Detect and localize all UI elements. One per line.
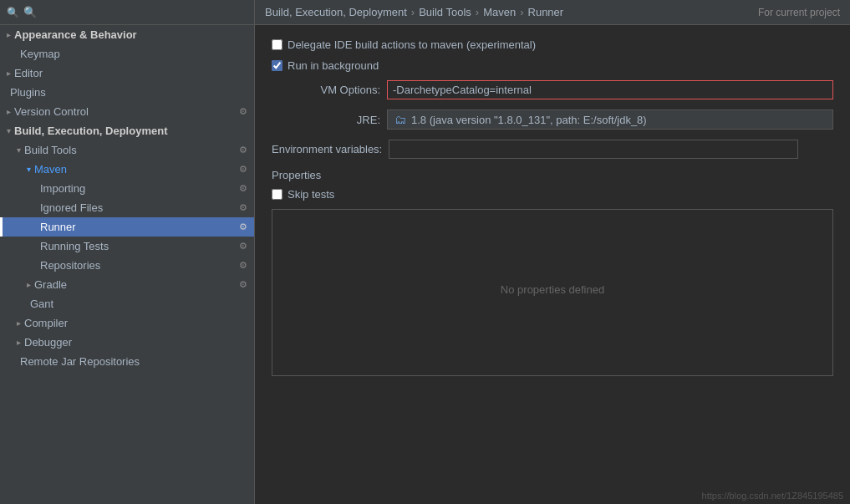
main-content: ▸ Appearance & Behavior Keymap ▸ Editor …: [0, 25, 850, 504]
skip-tests-label: Skip tests: [288, 188, 334, 201]
arrow-icon: ▸: [17, 338, 21, 347]
no-properties-text: No properties defined: [279, 283, 826, 296]
watermark: https://blog.csdn.net/1Z845195485: [702, 491, 843, 501]
arrow-icon: ▾: [27, 165, 31, 174]
vm-options-row: VM Options:: [272, 80, 833, 99]
skip-tests-checkbox[interactable]: [272, 189, 282, 200]
sidebar-item-label: Remote Jar Repositories: [20, 355, 247, 368]
settings-icon: ⚙: [239, 202, 247, 213]
search-input[interactable]: [23, 6, 247, 18]
sidebar-item-gant[interactable]: Gant: [0, 294, 254, 313]
breadcrumb-sep-2: ›: [476, 6, 479, 18]
breadcrumb-runner: Runner: [528, 6, 564, 18]
vm-options-label: VM Options:: [272, 84, 380, 96]
sidebar-item-running-tests[interactable]: Running Tests ⚙: [0, 237, 254, 256]
search-icon: 🔍: [7, 7, 19, 18]
sidebar-item-label: Keymap: [20, 48, 247, 60]
delegate-checkbox[interactable]: [272, 39, 282, 50]
arrow-icon: ▸: [27, 280, 31, 289]
sidebar-item-debugger[interactable]: ▸ Debugger: [0, 333, 254, 352]
sidebar-item-version-control[interactable]: ▸ Version Control ⚙: [0, 102, 254, 121]
settings-icon: ⚙: [239, 279, 247, 290]
sidebar-item-compiler[interactable]: ▸ Compiler: [0, 313, 254, 333]
settings-icon: ⚙: [239, 164, 247, 175]
sidebar-item-label: Gradle: [34, 278, 236, 291]
settings-icon: ⚙: [239, 241, 247, 252]
settings-icon: ⚙: [239, 221, 247, 232]
jre-value: 1.8 (java version "1.8.0_131", path: E:/…: [411, 114, 647, 126]
run-background-label: Run in background: [288, 59, 379, 72]
sidebar-item-ignored-files[interactable]: Ignored Files ⚙: [0, 198, 254, 217]
sidebar-item-label: Maven: [34, 163, 236, 176]
sidebar-item-appearance[interactable]: ▸ Appearance & Behavior: [0, 25, 254, 44]
for-project-label: For current project: [758, 7, 840, 18]
sidebar-item-repositories[interactable]: Repositories ⚙: [0, 256, 254, 275]
breadcrumb-sep-1: ›: [411, 6, 415, 18]
jre-label: JRE:: [272, 114, 380, 126]
delegate-label: Delegate IDE build actions to maven (exp…: [288, 38, 536, 51]
delegate-checkbox-row: Delegate IDE build actions to maven (exp…: [272, 38, 833, 51]
breadcrumb-build-exec: Build, Execution, Deployment: [265, 6, 407, 18]
arrow-icon: ▾: [7, 126, 11, 135]
sidebar-item-label: Ignored Files: [40, 201, 236, 214]
sidebar-item-label: Debugger: [24, 336, 247, 349]
arrow-icon: ▸: [7, 69, 11, 78]
sidebar-item-build-tools[interactable]: ▾ Build Tools ⚙: [0, 140, 254, 160]
breadcrumb-bar: Build, Execution, Deployment › Build Too…: [255, 6, 850, 18]
sidebar-item-runner[interactable]: Runner ⚙: [0, 217, 254, 237]
arrow-icon: ▸: [17, 318, 21, 328]
sidebar-item-label: Runner: [40, 221, 236, 233]
properties-label: Properties: [272, 169, 833, 181]
sidebar-item-plugins[interactable]: Plugins: [0, 83, 254, 102]
jre-icon: 🗂: [394, 113, 406, 126]
breadcrumb-sep-3: ›: [520, 6, 523, 18]
sidebar-item-label: Repositories: [40, 259, 236, 272]
sidebar: ▸ Appearance & Behavior Keymap ▸ Editor …: [0, 25, 255, 504]
arrow-icon: ▾: [17, 145, 21, 155]
sidebar-item-label: Build Tools: [24, 144, 236, 156]
sidebar-item-maven[interactable]: ▾ Maven ⚙: [0, 160, 254, 179]
right-panel: Delegate IDE build actions to maven (exp…: [255, 25, 850, 504]
selected-indicator: [0, 217, 3, 237]
top-bar: 🔍 Build, Execution, Deployment › Build T…: [0, 0, 850, 25]
properties-area: No properties defined: [272, 209, 833, 376]
vm-options-input[interactable]: [387, 80, 833, 99]
sidebar-item-label: Compiler: [24, 317, 247, 329]
breadcrumb-maven: Maven: [483, 6, 516, 18]
sidebar-item-keymap[interactable]: Keymap: [0, 44, 254, 64]
env-variables-row: Environment variables:: [272, 140, 833, 159]
env-variables-input[interactable]: [389, 140, 798, 159]
breadcrumb-build-tools: Build Tools: [419, 6, 471, 18]
sidebar-item-label: Appearance & Behavior: [14, 28, 247, 41]
sidebar-item-label: Running Tests: [40, 240, 236, 252]
skip-tests-row: Skip tests: [272, 188, 833, 201]
sidebar-item-editor[interactable]: ▸ Editor: [0, 64, 254, 83]
properties-section: Properties Skip tests No properties defi…: [272, 169, 833, 376]
sidebar-item-label: Importing: [40, 182, 236, 195]
sidebar-item-label: Plugins: [10, 86, 247, 99]
arrow-icon: ▸: [7, 107, 11, 116]
sidebar-item-label: Gant: [30, 298, 247, 310]
run-background-row: Run in background: [272, 59, 833, 72]
sidebar-item-build-exec[interactable]: ▾ Build, Execution, Deployment: [0, 121, 254, 140]
env-variables-label: Environment variables:: [272, 143, 382, 155]
arrow-icon: ▸: [7, 30, 11, 39]
sidebar-item-label: Build, Execution, Deployment: [14, 125, 247, 137]
jre-row: JRE: 🗂 1.8 (java version "1.8.0_131", pa…: [272, 109, 833, 130]
sidebar-item-gradle[interactable]: ▸ Gradle ⚙: [0, 275, 254, 294]
sidebar-item-label: Version Control: [14, 105, 236, 118]
search-area: 🔍: [0, 0, 255, 24]
sidebar-item-importing[interactable]: Importing ⚙: [0, 179, 254, 198]
settings-icon: ⚙: [239, 183, 247, 194]
settings-icon: ⚙: [239, 260, 247, 271]
jre-display[interactable]: 🗂 1.8 (java version "1.8.0_131", path: E…: [387, 109, 833, 130]
settings-icon: ⚙: [239, 106, 247, 117]
run-background-checkbox[interactable]: [272, 60, 282, 71]
sidebar-item-remote-jar[interactable]: Remote Jar Repositories: [0, 352, 254, 371]
sidebar-item-label: Editor: [14, 67, 247, 79]
settings-icon: ⚙: [239, 145, 247, 155]
